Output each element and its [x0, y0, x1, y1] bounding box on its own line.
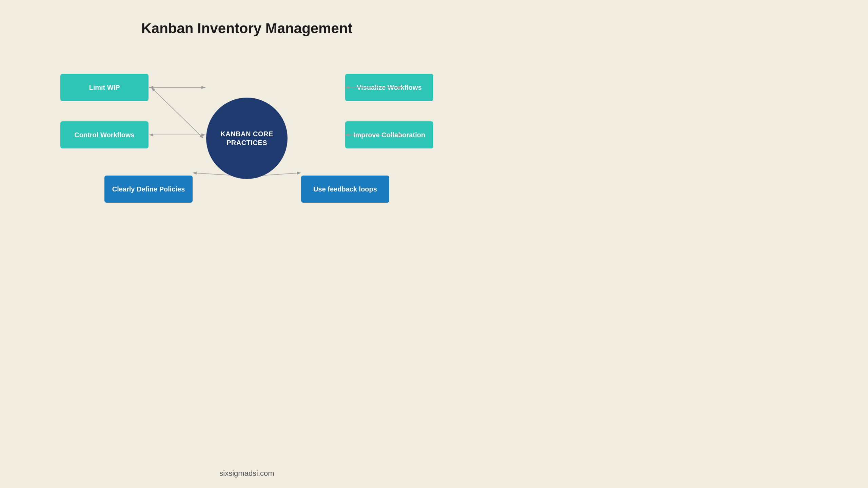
diagram-container: KANBAN COREPRACTICES Limit WIP Control W…: [60, 50, 433, 226]
center-circle-text: KANBAN COREPRACTICES: [220, 129, 273, 147]
page-title: Kanban Inventory Management: [141, 20, 352, 37]
svg-line-2: [151, 87, 203, 138]
clearly-define-policies-box: Clearly Define Policies: [104, 176, 193, 203]
visualize-workflows-box: Visualize Workflows: [345, 74, 433, 101]
use-feedback-loops-box: Use feedback loops: [301, 176, 389, 203]
improve-collaboration-box: Improve Collaboration: [345, 121, 433, 148]
limit-wip-box: Limit WIP: [60, 74, 149, 101]
center-circle: KANBAN COREPRACTICES: [206, 98, 288, 179]
control-workflows-box: Control Workflows: [60, 121, 149, 148]
